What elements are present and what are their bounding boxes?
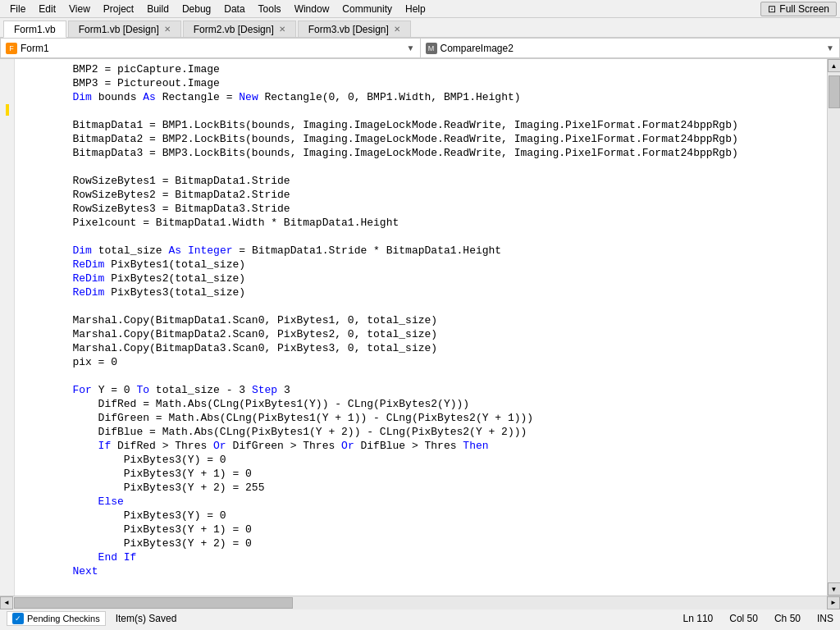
table-row: RowSizeBytes1 = BitmapData1.Stride bbox=[15, 174, 827, 188]
table-row bbox=[15, 104, 827, 118]
scroll-down-button[interactable]: ▼ bbox=[828, 582, 841, 596]
tabbar: Form1.vb Form1.vb [Design] ✕ Form2.vb [D… bbox=[0, 18, 840, 38]
table-row: RowSizeBytes2 = BitmapData2.Stride bbox=[15, 188, 827, 202]
tab-form1vb-design[interactable]: Form1.vb [Design] ✕ bbox=[68, 21, 181, 37]
chevron-down-icon: ▼ bbox=[407, 43, 415, 52]
menu-help[interactable]: Help bbox=[399, 2, 432, 16]
scroll-up-button[interactable]: ▲ bbox=[828, 59, 841, 72]
fullscreen-icon: ⊡ bbox=[768, 3, 776, 15]
table-row bbox=[15, 160, 827, 174]
menu-community[interactable]: Community bbox=[336, 2, 399, 16]
menu-debug[interactable]: Debug bbox=[176, 2, 217, 16]
table-row: If DifRed > Thres Or DifGreen > Thres Or… bbox=[15, 439, 827, 453]
table-row: PixBytes3(Y + 1) = 0 bbox=[15, 523, 827, 536]
close-icon[interactable]: ✕ bbox=[164, 25, 171, 34]
pending-checkins[interactable]: ✓ Pending Checkins bbox=[7, 611, 106, 626]
table-row: For Y = 0 To total_size - 3 Step 3 bbox=[15, 383, 827, 397]
menu-project[interactable]: Project bbox=[97, 2, 140, 16]
form-icon: F bbox=[6, 43, 17, 54]
method-icon: M bbox=[426, 43, 437, 54]
insert-mode: INS bbox=[817, 613, 833, 624]
table-row: BitmapData3 = BMP3.LockBits(bounds, Imag… bbox=[15, 146, 827, 160]
close-icon[interactable]: ✕ bbox=[394, 25, 400, 34]
table-row: PixBytes3(Y) = 0 bbox=[15, 509, 827, 523]
table-row: PixBytes3(Y + 2) = 0 bbox=[15, 536, 827, 550]
table-row: Dim total_size As Integer = BitmapData1.… bbox=[15, 244, 827, 258]
table-row: ReDim PixBytes1(total_size) bbox=[15, 258, 827, 272]
table-row: Else bbox=[15, 495, 827, 509]
scroll-right-button[interactable]: ► bbox=[827, 596, 840, 609]
line-number: Ln 110 bbox=[683, 613, 714, 624]
table-row: Marshal.Copy(BitmapData1.Scan0, PixBytes… bbox=[15, 313, 827, 327]
ch-number: Ch 50 bbox=[774, 613, 801, 624]
method-selector[interactable]: M CompareImage2 ▼ bbox=[420, 38, 841, 58]
table-row: Marshal.Copy(BitmapData2.Scan0, PixBytes… bbox=[15, 327, 827, 341]
menu-build[interactable]: Build bbox=[140, 2, 176, 16]
left-margin bbox=[0, 59, 15, 596]
table-row bbox=[15, 230, 827, 244]
table-row: Pixelcount = BitmapData1.Width * BitmapD… bbox=[15, 216, 827, 230]
table-row: DifRed = Math.Abs(CLng(PixBytes1(Y)) - C… bbox=[15, 397, 827, 411]
pending-checkins-label: Pending Checkins bbox=[27, 614, 100, 623]
table-row: BitmapData1 = BMP1.LockBits(bounds, Imag… bbox=[15, 118, 827, 132]
table-row: ReDim PixBytes2(total_size) bbox=[15, 272, 827, 285]
tab-form1vb[interactable]: Form1.vb bbox=[3, 21, 66, 38]
table-row: BitmapData2 = BMP2.LockBits(bounds, Imag… bbox=[15, 132, 827, 146]
statusbar: ✓ Pending Checkins Item(s) Saved Ln 110 … bbox=[0, 609, 840, 627]
vertical-scrollbar[interactable]: ▲ ▼ bbox=[827, 59, 840, 596]
status-right: Ln 110 Col 50 Ch 50 INS bbox=[683, 613, 833, 624]
scroll-track[interactable] bbox=[828, 72, 841, 582]
table-row: BMP3 = Pictureout.Image bbox=[15, 76, 827, 90]
table-row: End If bbox=[15, 550, 827, 564]
table-row: Marshal.Copy(BitmapData3.Scan0, PixBytes… bbox=[15, 341, 827, 355]
menu-view[interactable]: View bbox=[62, 2, 97, 16]
hscroll-thumb[interactable] bbox=[14, 597, 293, 609]
menu-file[interactable]: File bbox=[3, 2, 32, 16]
menu-window[interactable]: Window bbox=[288, 2, 336, 16]
table-row bbox=[15, 299, 827, 313]
scroll-left-button[interactable]: ◄ bbox=[0, 596, 13, 609]
status-text: Item(s) Saved bbox=[116, 613, 177, 624]
table-row: DifGreen = Math.Abs(CLng(PixBytes1(Y + 1… bbox=[15, 411, 827, 425]
menu-data[interactable]: Data bbox=[217, 2, 251, 16]
selectorbar: F Form1 ▼ M CompareImage2 ▼ bbox=[0, 38, 840, 59]
chevron-down-icon: ▼ bbox=[826, 43, 834, 52]
breakpoint-indicator bbox=[6, 104, 9, 116]
menu-edit[interactable]: Edit bbox=[32, 2, 62, 16]
tab-form2vb-design[interactable]: Form2.vb [Design] ✕ bbox=[183, 21, 296, 37]
scroll-thumb[interactable] bbox=[829, 75, 840, 108]
table-row: PixBytes3(Y + 1) = 0 bbox=[15, 467, 827, 481]
horizontal-scrollbar[interactable]: ◄ ► bbox=[0, 596, 840, 609]
table-row: RowSizeBytes3 = BitmapData3.Stride bbox=[15, 202, 827, 216]
menu-tools[interactable]: Tools bbox=[252, 2, 288, 16]
tab-form3vb-design[interactable]: Form3.vb [Design] ✕ bbox=[298, 21, 411, 37]
selector-right-label: CompareImage2 bbox=[441, 43, 514, 54]
table-row: Next bbox=[15, 564, 827, 578]
table-row: BMP2 = picCapture.Image bbox=[15, 62, 827, 76]
close-icon[interactable]: ✕ bbox=[279, 25, 285, 34]
class-selector[interactable]: F Form1 ▼ bbox=[0, 38, 420, 58]
table-row: pix = 0 bbox=[15, 355, 827, 369]
col-number: Col 50 bbox=[729, 613, 758, 624]
menubar: File Edit View Project Build Debug Data … bbox=[0, 0, 840, 18]
table-row: PixBytes3(Y + 2) = 255 bbox=[15, 481, 827, 495]
hscroll-track[interactable] bbox=[13, 596, 827, 609]
table-row bbox=[15, 369, 827, 383]
table-row: DifBlue = Math.Abs(CLng(PixBytes1(Y + 2)… bbox=[15, 425, 827, 439]
selector-left-label: Form1 bbox=[21, 43, 49, 54]
table-row: ReDim PixBytes3(total_size) bbox=[15, 285, 827, 299]
table-row: Dim bounds As Rectangle = New Rectangle(… bbox=[15, 90, 827, 104]
code-editor[interactable]: BMP2 = picCapture.Image BMP3 = Pictureou… bbox=[15, 59, 827, 596]
fullscreen-button[interactable]: ⊡ Full Screen bbox=[760, 2, 837, 16]
checkin-icon: ✓ bbox=[12, 613, 24, 624]
table-row: PixBytes3(Y) = 0 bbox=[15, 453, 827, 467]
editor-container: BMP2 = picCapture.Image BMP3 = Pictureou… bbox=[0, 59, 840, 596]
